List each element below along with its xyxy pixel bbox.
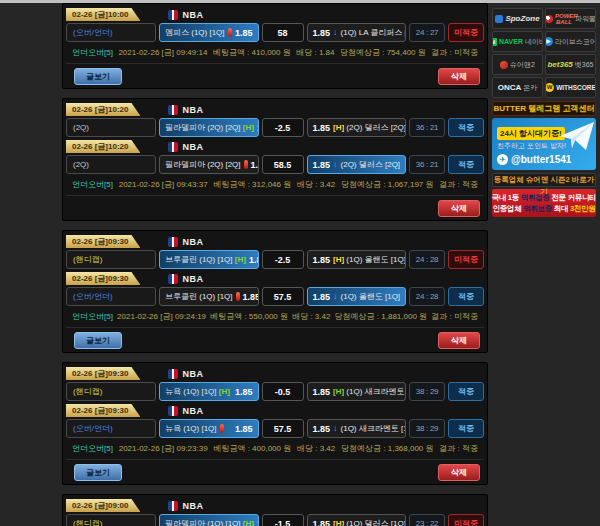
bet-datetime: 2021-02-26 [금] 09:49:14 — [118, 47, 207, 58]
bet-record-block: 02-26 [금]10:20NBA(2Q)필라델피아 (2Q) [2Q] [H]… — [62, 98, 488, 221]
away-team-name: [H] (2Q) 댈러스 [2Q] — [333, 122, 406, 133]
bet-record-block: 02-26 [금]09:30NBA(핸디캡)뉴욕 (1Q) [1Q] [H]1.… — [62, 362, 488, 485]
match-header: 02-26 [금]09:00NBA — [66, 498, 484, 513]
bet-amount: 베팅금액 : 410,000 원 — [213, 47, 291, 58]
bet-record-block: 02-26 [금]10:00NBA(오버/언더)멤피스 (1Q) [1Q]1.8… — [62, 3, 488, 89]
bet-row: (2Q)필라델피아 (2Q) [2Q]1.8558.51.85↓(2Q) 댈러스… — [66, 155, 484, 174]
view-post-button[interactable]: 글보기 — [74, 464, 122, 481]
bet-summary-row: 언더오버[5]2021-02-26 [금] 09:23:39베팅금액 : 400… — [66, 440, 484, 457]
banner-onca[interactable]: ONCA온카 — [492, 77, 543, 98]
home-pick: 필라델피아 (2Q) [2Q] [H]1.85 — [159, 118, 259, 137]
telegram-banner[interactable]: 24시 항시대기중! 친추하고 포인트 받자! ✈ @butter1541 — [492, 118, 596, 170]
score-box: 36 : 21 — [409, 155, 445, 174]
league-label: NBA — [182, 501, 203, 511]
banner-label: 네이버 — [525, 37, 543, 47]
bet-row: (핸디캡)뉴욕 (1Q) [1Q] [H]1.85-0.51.85[H] (1Q… — [66, 382, 484, 401]
away-odds: 1.85 — [313, 255, 331, 265]
banner-label: WITHSCORE — [556, 84, 596, 91]
home-odds: 1.85 — [235, 424, 253, 434]
league-label: NBA — [182, 237, 203, 247]
away-pick: 1.85[H] (2Q) 댈러스 [2Q] — [307, 118, 407, 137]
banner-logo: bet365 — [547, 60, 572, 69]
line-value: 57.5 — [262, 287, 304, 306]
verification-banner[interactable]: 국내 1등 먹튀검증 전문 커뮤니티 인증업체 먹튀보증 최대 3천만원 — [492, 189, 596, 217]
home-mark: [H] — [333, 123, 344, 132]
bet-row: (핸디캡)브루클린 (1Q) [1Q] [H]1.85-2.51.85[H] (… — [66, 250, 484, 269]
match-time-badge: 02-26 [금]09:30 — [66, 404, 140, 417]
away-team-name: (1Q) 올랜도 [1Q] — [341, 291, 401, 302]
banner-label: 슈어맨2 — [510, 60, 535, 70]
bet-type-label: (핸디캡) — [66, 514, 156, 526]
verification-line2: 인증업체 먹튀보증 최대 3천만원 — [493, 204, 596, 214]
banner-label: 라이브스코어 — [555, 37, 596, 47]
home-pick: 브루클린 (1Q) [1Q] [H]1.85 — [159, 250, 259, 269]
banner-naver[interactable]: NNAVER네이버 — [492, 31, 543, 52]
delete-button[interactable]: 삭제 — [438, 68, 480, 85]
result-badge: 미적중 — [448, 250, 484, 269]
bet-row: (오버/언더)뉴욕 (1Q) [1Q]1.8557.51.85↓(1Q) 새크라… — [66, 419, 484, 438]
bet-type-label: (2Q) — [66, 118, 156, 137]
home-mark: [H] — [333, 519, 344, 526]
down-arrow-icon: ↓ — [333, 292, 338, 301]
away-odds: 1.85 — [313, 160, 331, 170]
match-time-badge: 02-26 [금]10:20 — [66, 103, 140, 116]
delete-button[interactable]: 삭제 — [438, 464, 480, 481]
home-pick: 멤피스 (1Q) [1Q]1.85 — [159, 23, 259, 42]
banner-grid: SpoZonePOWER BALL파워볼NNAVER네이버▶라이브스코어슈어맨2… — [492, 8, 596, 98]
line-value: -2.5 — [262, 118, 304, 137]
home-odds: 1.85 — [249, 255, 259, 265]
bet-expected-win: 당첨예상금 : 1,881,000 원 — [335, 311, 427, 322]
banner-bet365[interactable]: bet365벳365 — [545, 54, 596, 75]
away-pick: 1.85↓(1Q) 올랜도 [1Q] — [307, 287, 407, 306]
banner-powerball[interactable]: POWER BALL파워볼 — [545, 8, 596, 29]
away-pick: 1.85↓(2Q) 댈러스 [2Q] — [307, 155, 407, 174]
score-box: 23 : 22 — [409, 514, 445, 526]
match-time-badge: 02-26 [금]09:30 — [66, 367, 140, 380]
bet-result: 결과 : 적중 — [439, 443, 478, 454]
bet-type-label: (2Q) — [66, 155, 156, 174]
bet-odds: 배당 : 1.84 — [296, 47, 334, 58]
banner-withscore[interactable]: WWITHSCORE — [545, 77, 596, 98]
nba-logo-icon — [168, 406, 178, 416]
sureman-icon — [500, 61, 508, 69]
away-pick: 1.85[H] (1Q) 올랜도 [1Q] — [307, 250, 407, 269]
banner-livescore[interactable]: ▶라이브스코어 — [545, 31, 596, 52]
hot-icon — [220, 424, 224, 433]
banner-label: 파워볼 — [575, 14, 596, 24]
banner-spozone[interactable]: SpoZone — [492, 8, 543, 29]
bet-result: 결과 : 적중 — [439, 179, 478, 190]
bet-category: 언더오버[5] — [72, 311, 113, 322]
nba-logo-icon — [168, 501, 178, 511]
home-odds: 1.85 — [243, 292, 259, 302]
away-team-name: [H] (1Q) 올랜도 [1Q] — [333, 254, 406, 265]
banner-sureman[interactable]: 슈어맨2 — [492, 54, 543, 75]
bet-row: (2Q)필라델피아 (2Q) [2Q] [H]1.85-2.51.85[H] (… — [66, 118, 484, 137]
view-post-button[interactable]: 글보기 — [74, 332, 122, 349]
line-value: -0.5 — [262, 382, 304, 401]
home-mark: [H] — [243, 519, 254, 526]
line-value: -2.5 — [262, 250, 304, 269]
bet-datetime: 2021-02-26 [금] 09:24:19 — [117, 311, 206, 322]
delete-button[interactable]: 삭제 — [438, 200, 480, 217]
down-arrow-icon: ↓ — [333, 28, 338, 37]
match-time-badge: 02-26 [금]09:30 — [66, 235, 140, 248]
home-pick: 뉴욕 (1Q) [1Q]1.85 — [159, 419, 259, 438]
verification-text-segment: 국내 1등 — [492, 193, 521, 202]
nba-logo-icon — [168, 237, 178, 247]
down-arrow-icon: ↓ — [333, 160, 338, 169]
home-odds: 1.85 — [235, 387, 253, 397]
verification-text-segment: 먹튀검증 — [521, 193, 550, 202]
league-label: NBA — [182, 142, 203, 152]
home-mark: [H] — [219, 387, 230, 396]
home-team-name: 브루클린 (1Q) [1Q] — [165, 291, 233, 302]
sureman-season2-link[interactable]: 등록업체 슈어맨 시즌2 바로가기 — [492, 173, 596, 187]
bet-type-label: (오버/언더) — [66, 287, 156, 306]
home-mark: [H] — [243, 123, 254, 132]
result-badge: 미적중 — [448, 23, 484, 42]
telegram-line1: 24시 항시대기중! — [497, 127, 565, 140]
view-post-button[interactable]: 글보기 — [74, 68, 122, 85]
home-team-name: 뉴욕 (1Q) [1Q] [H] — [165, 386, 230, 397]
delete-button[interactable]: 삭제 — [438, 332, 480, 349]
away-team-name: (1Q) LA 클리퍼스 [1Q] — [341, 27, 406, 38]
banner-logo: SpoZone — [505, 14, 539, 23]
